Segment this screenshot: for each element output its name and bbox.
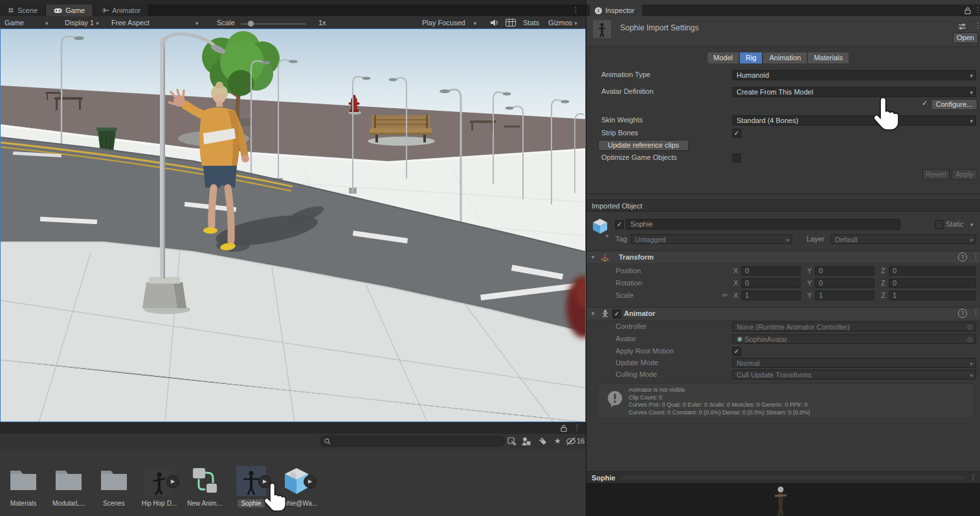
- tab-scene[interactable]: Scene: [0, 5, 46, 16]
- lock-icon[interactable]: [561, 425, 567, 432]
- lock-icon[interactable]: [964, 7, 971, 14]
- foldout-icon[interactable]: ▼: [590, 311, 596, 317]
- culling-mode-dropdown[interactable]: Cull Update Transforms▾: [732, 370, 976, 379]
- animator-controller-icon: [190, 466, 219, 496]
- asset-animator-controller[interactable]: New Anim...: [183, 466, 227, 507]
- display-dropdown[interactable]: Display 1 ▾: [65, 18, 99, 27]
- object-name-field[interactable]: Sophie: [626, 219, 900, 230]
- position-y-field[interactable]: 0: [815, 266, 874, 276]
- update-reference-clips-button[interactable]: Update reference clips: [598, 140, 689, 151]
- open-button[interactable]: Open: [953, 32, 978, 43]
- inspector-menu-icon[interactable]: ⋮: [974, 6, 980, 14]
- asset-sophie-selected[interactable]: ▶ Sophie: [229, 466, 273, 507]
- animation-type-dropdown[interactable]: Humanoid▾: [732, 70, 976, 80]
- object-picker-icon[interactable]: ⊙: [967, 335, 973, 344]
- tab-animation[interactable]: Animation: [763, 52, 807, 63]
- foldout-icon[interactable]: ▼: [590, 254, 596, 260]
- preview-header[interactable]: Sophie ⋮: [586, 471, 980, 483]
- asset-scenes[interactable]: Scenes: [92, 466, 136, 507]
- gizmos-dropdown[interactable]: Gizmos ▾: [548, 18, 577, 27]
- tab-game[interactable]: Game: [46, 5, 93, 16]
- tab-model[interactable]: Model: [707, 52, 739, 63]
- tab-rig[interactable]: Rig: [740, 52, 763, 63]
- tag-dropdown[interactable]: Untagged▾: [630, 234, 792, 244]
- scale-slider-knob[interactable]: [248, 21, 254, 27]
- asset-materials[interactable]: Materials: [1, 466, 45, 507]
- static-checkbox[interactable]: [935, 220, 944, 229]
- info-line: Clip Count: 0: [629, 394, 974, 402]
- play-badge-icon[interactable]: ▶: [258, 475, 271, 488]
- component-menu-icon[interactable]: ⋮: [972, 309, 979, 317]
- stats-button[interactable]: Stats: [523, 18, 539, 27]
- play-badge-icon[interactable]: ▶: [166, 475, 179, 488]
- layer-dropdown[interactable]: Default▾: [830, 234, 976, 244]
- position-z-field[interactable]: 0: [889, 266, 976, 276]
- play-badge-icon[interactable]: ▶: [304, 475, 317, 488]
- info-line: Curves Count: 0 Constant: 0 (0.0%) Dense…: [629, 409, 974, 417]
- animator-component-header[interactable]: ▼ ✓ Animator ? ⋮: [586, 307, 980, 320]
- scale-x-field[interactable]: 1: [741, 291, 801, 300]
- play-focused-dropdown[interactable]: Play Focused ▾: [422, 18, 476, 27]
- rotation-y-field[interactable]: 0: [815, 278, 874, 288]
- tab-inspector[interactable]: i Inspector: [590, 5, 642, 16]
- component-menu-icon[interactable]: ⋮: [972, 253, 979, 260]
- audio-mute-icon[interactable]: [490, 19, 499, 27]
- import-settings-header: Sophie Import Settings ⋮: [586, 16, 980, 47]
- active-checkbox[interactable]: ✓: [615, 220, 624, 229]
- preview-menu-icon[interactable]: ⋮: [970, 474, 977, 481]
- preview-area[interactable]: [586, 483, 980, 516]
- import-header-menu-icon[interactable]: ⋮: [974, 22, 980, 29]
- apply-button[interactable]: Apply: [952, 169, 977, 180]
- configure-button[interactable]: Configure...: [931, 99, 977, 110]
- revert-button[interactable]: Revert: [922, 169, 950, 180]
- rotation-z-field[interactable]: 0: [889, 278, 976, 288]
- update-mode-dropdown[interactable]: Normal▾: [732, 358, 976, 368]
- asset-sophie-wa-model[interactable]: ▶ Sophie@Wa...: [274, 466, 318, 507]
- scale-z-field[interactable]: 1: [889, 291, 976, 300]
- prefab-cube-icon: [592, 218, 608, 234]
- configure-check-icon: ✓: [922, 99, 928, 107]
- project-panel-menu-icon[interactable]: ⋮: [574, 424, 581, 431]
- icon-dropdown-arrow[interactable]: ▾: [606, 233, 608, 239]
- game-panel-menu-icon[interactable]: ⋮: [572, 6, 579, 14]
- chevron-down-icon: ▾: [195, 20, 199, 27]
- strip-bones-checkbox[interactable]: ✓: [732, 129, 741, 138]
- filter-by-label-icon[interactable]: [539, 437, 547, 445]
- skin-weights-dropdown[interactable]: Standard (4 Bones)▾: [732, 115, 976, 126]
- search-input[interactable]: [320, 436, 505, 447]
- aspect-dropdown[interactable]: Free Aspect ▾: [111, 18, 198, 27]
- position-x-field[interactable]: 0: [741, 266, 801, 276]
- preview-drag-handle[interactable]: [621, 476, 964, 480]
- rotation-x-field[interactable]: 0: [741, 278, 801, 288]
- presets-icon[interactable]: [958, 23, 966, 30]
- static-dropdown-icon[interactable]: ▾: [970, 221, 974, 228]
- asset-hiphop-animation[interactable]: ▶ Hip Hop D...: [137, 466, 181, 507]
- import-thumbnail: [593, 20, 611, 38]
- avatar-object-field[interactable]: ✱ SophieAvatar⊙: [732, 334, 976, 344]
- optimize-game-objects-checkbox[interactable]: [732, 153, 741, 163]
- tab-animator[interactable]: Animator: [93, 5, 149, 16]
- avatar-definition-dropdown[interactable]: Create From This Model▾: [732, 87, 976, 97]
- filter-by-type-icon[interactable]: [522, 436, 531, 446]
- scale-label: Scale: [217, 18, 235, 27]
- search-in-packages-icon[interactable]: [507, 437, 517, 445]
- hidden-count-eye-icon[interactable]: [566, 437, 576, 445]
- asset-modular[interactable]: ModularL...: [47, 466, 91, 507]
- game-viewport[interactable]: [0, 28, 586, 422]
- link-scale-icon[interactable]: ∞: [722, 291, 728, 298]
- favorites-star-icon[interactable]: ★: [554, 436, 561, 445]
- object-picker-icon[interactable]: ⊙: [967, 322, 973, 331]
- controller-object-field[interactable]: None (Runtime Animator Controller)⊙: [732, 322, 976, 331]
- help-icon[interactable]: ?: [958, 309, 967, 318]
- animator-enabled-checkbox[interactable]: ✓: [612, 309, 621, 319]
- transform-component-header[interactable]: ▼ Transform ? ⋮: [586, 251, 980, 264]
- apply-root-motion-checkbox[interactable]: ✓: [732, 347, 741, 356]
- help-icon[interactable]: ?: [958, 252, 967, 262]
- controller-label: Controller: [616, 322, 647, 331]
- animator-info-box: Animator is not visible Clip Count: 0 Cu…: [598, 383, 975, 418]
- game-dropdown[interactable]: Game ▾: [5, 18, 49, 27]
- scale-y-field[interactable]: 1: [815, 291, 874, 300]
- vsync-monitor-icon[interactable]: [506, 19, 516, 27]
- tab-inspector-label: Inspector: [605, 6, 634, 14]
- tab-materials[interactable]: Materials: [808, 52, 849, 63]
